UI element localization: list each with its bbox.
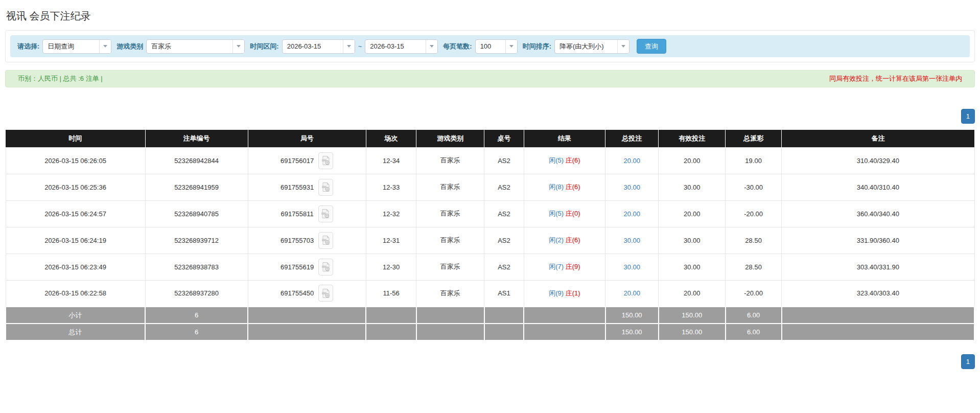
table-row: 2026-03-15 06:25:36 523268941959 6917559… [6,174,974,200]
cell-time: 2026-03-15 06:26:05 [6,147,145,174]
game-type-value: 百家乐 [147,40,232,53]
result-banker: 庄(1) [566,289,580,297]
header-result: 结果 [524,130,605,147]
per-page-select[interactable]: 100 [475,39,518,54]
cell-table-id: AS2 [484,200,524,227]
cell-remark: 323.40/303.40 [782,280,974,307]
cell-bet-id: 523268937280 [145,280,248,307]
total-bet-link[interactable]: 20.00 [623,289,640,297]
date-to-select[interactable]: 2026-03-15 [365,39,438,54]
cell-time: 2026-03-15 06:25:36 [6,174,145,200]
date-from-dropdown-button[interactable] [343,40,355,53]
filter-panel: 请选择: 日期查询 游戏类别 百家乐 时间区间: 2026-03-15 ~ 20… [5,30,975,62]
round-id-text: 691755450 [281,289,314,297]
result-banker: 庄(6) [566,236,580,244]
time-sort-select[interactable]: 降幂(由大到小) [554,39,629,54]
date-from-select[interactable]: 2026-03-15 [282,39,355,54]
cell-valid-bet: 20.00 [659,200,726,227]
cell-payout: -20.00 [726,280,782,307]
cell-valid-bet: 20.00 [659,147,726,174]
pagination-bottom: 1 [5,354,975,369]
cell-result: 闲(8) 庄(6) [524,174,605,200]
date-to-dropdown-button[interactable] [426,40,437,53]
time-range-label: 时间区间: [250,42,278,51]
cell-session: 12-34 [366,147,416,174]
round-id-text: 691755619 [281,263,314,271]
video-replay-button[interactable] [318,285,333,302]
table-row: 2026-03-15 06:24:19 523268939712 6917557… [6,227,974,254]
game-type-select[interactable]: 百家乐 [146,39,245,54]
per-page-value: 100 [476,40,505,53]
total-bet-link[interactable]: 30.00 [623,237,640,244]
cell-total-bet: 20.00 [605,200,659,227]
result-player: 闲(9) [549,289,564,297]
cell-bet-id: 523268939712 [145,227,248,254]
search-button[interactable]: 查询 [637,39,666,54]
cell-game-type: 百家乐 [416,254,484,280]
total-bet-link[interactable]: 20.00 [623,157,640,165]
round-id-text: 691755931 [281,183,314,191]
header-game-type: 游戏类别 [416,130,484,147]
cell-table-id: AS2 [484,174,524,200]
query-type-dropdown-button[interactable] [99,40,111,53]
per-page-label: 每页笔数: [443,42,472,51]
time-sort-label: 时间排序: [523,42,551,51]
total-label: 总计 [6,324,145,340]
total-valid-bet: 150.00 [659,324,726,340]
query-type-select[interactable]: 日期查询 [42,39,111,54]
cell-result: 闲(5) 庄(6) [524,147,605,174]
round-id-text: 691755703 [281,237,314,244]
total-bet-link[interactable]: 30.00 [623,263,640,271]
round-id-text: 691755811 [281,210,314,218]
header-session: 场次 [366,130,416,147]
total-count: 6 [145,324,248,340]
film-icon [321,155,331,166]
total-total-bet: 150.00 [605,324,659,340]
result-banker: 庄(0) [566,210,580,217]
cell-round-id: 691755703 [248,227,366,254]
page: 视讯 会员下注纪录 请选择: 日期查询 游戏类别 百家乐 时间区间: 2026-… [0,0,980,379]
cell-bet-id: 523268942844 [145,147,248,174]
cell-payout: 28.50 [726,227,782,254]
total-bet-link[interactable]: 20.00 [623,210,640,218]
filter-bar: 请选择: 日期查询 游戏类别 百家乐 时间区间: 2026-03-15 ~ 20… [10,35,970,57]
cell-round-id: 691755619 [248,254,366,280]
cell-round-id: 691756017 [248,147,366,174]
cell-table-id: AS2 [484,227,524,254]
table-header-row: 时间 注单编号 局号 场次 游戏类别 桌号 结果 总投注 有效投注 总派彩 备注 [6,130,974,147]
film-icon [321,235,331,245]
cell-payout: 28.50 [726,254,782,280]
cell-total-bet: 30.00 [605,254,659,280]
video-replay-button[interactable] [318,232,333,249]
result-player: 闲(7) [549,263,564,270]
page-1-button[interactable]: 1 [961,354,975,369]
total-bet-link[interactable]: 30.00 [623,183,640,191]
video-replay-button[interactable] [318,152,333,169]
cell-session: 11-56 [366,280,416,307]
time-sort-dropdown-button[interactable] [617,40,629,53]
cell-total-bet: 30.00 [605,227,659,254]
video-replay-button[interactable] [318,259,333,276]
film-icon [321,182,331,192]
video-replay-button[interactable] [318,205,333,222]
page-1-button[interactable]: 1 [961,109,975,124]
result-player: 闲(5) [549,156,564,164]
cell-valid-bet: 30.00 [659,254,726,280]
result-banker: 庄(6) [566,156,580,164]
per-page-dropdown-button[interactable] [505,40,517,53]
cell-game-type: 百家乐 [416,200,484,227]
cell-session: 12-33 [366,174,416,200]
subtotal-valid-bet: 150.00 [659,307,726,324]
table-row: 2026-03-15 06:24:57 523268940785 6917558… [6,200,974,227]
same-round-notice: 同局有效投注，统一计算在该局第一张注单内 [829,74,962,83]
chevron-down-icon [509,45,514,48]
game-type-dropdown-button[interactable] [232,40,244,53]
cell-session: 12-32 [366,200,416,227]
cell-bet-id: 523268938783 [145,254,248,280]
cell-round-id: 691755811 [248,200,366,227]
cell-session: 12-31 [366,227,416,254]
video-replay-button[interactable] [318,179,333,196]
chevron-down-icon [347,45,351,48]
cell-result: 闲(9) 庄(1) [524,280,605,307]
time-sort-value: 降幂(由大到小) [555,40,617,53]
